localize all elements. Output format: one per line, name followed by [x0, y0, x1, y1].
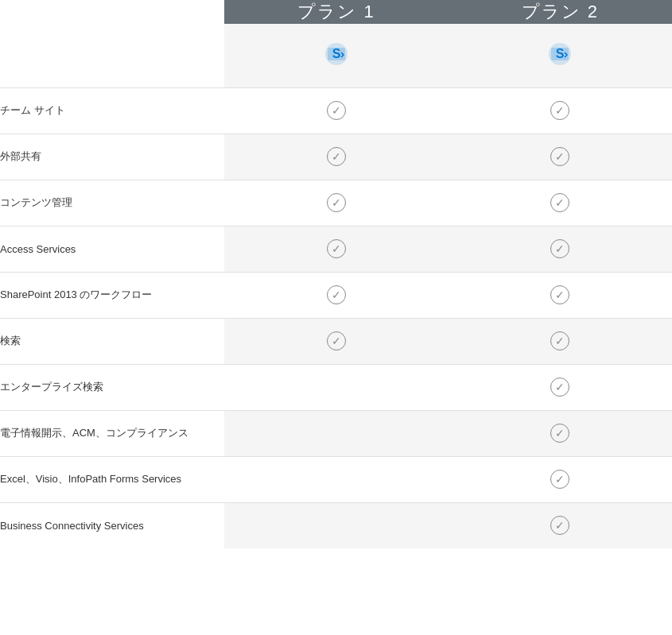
feature-label: 検索 — [0, 318, 224, 364]
plan2-check-cell: ✓ — [449, 180, 672, 226]
plan1-check-cell: ✓ — [224, 318, 448, 364]
feature-label: コンテンツ管理 — [0, 180, 224, 226]
plan1-label: プラン 1 — [297, 2, 375, 21]
plan1-check-cell: ✓ — [224, 134, 448, 180]
feature-label: Access Services — [0, 226, 224, 272]
check-icon: ✓ — [327, 193, 346, 212]
svg-text:S: S — [332, 47, 341, 60]
check-icon: ✓ — [327, 285, 346, 304]
feature-row: SharePoint 2013 のワークフロー✓✓ — [0, 272, 672, 318]
feature-label: SharePoint 2013 のワークフロー — [0, 272, 224, 318]
header-plan2: プラン 2 — [449, 0, 672, 24]
plan2-check-cell: ✓ — [449, 87, 672, 134]
check-icon: ✓ — [550, 285, 569, 304]
feature-row: Excel、Visio、InfoPath Forms Services✓ — [0, 456, 672, 502]
check-icon: ✓ — [327, 101, 346, 120]
check-icon: ✓ — [550, 516, 569, 535]
feature-row: Access Services✓✓ — [0, 226, 672, 272]
plan1-check-cell — [224, 364, 448, 410]
sharepoint-icon-plan2: S — [546, 40, 574, 68]
plan1-check-cell: ✓ — [224, 180, 448, 226]
icon-row: S S — [0, 24, 672, 87]
plan2-check-cell: ✓ — [449, 318, 672, 364]
header-plan1: プラン 1 — [224, 0, 448, 24]
check-icon: ✓ — [550, 378, 569, 397]
feature-label: Excel、Visio、InfoPath Forms Services — [0, 456, 224, 502]
check-icon: ✓ — [327, 147, 346, 166]
check-icon: ✓ — [327, 239, 346, 258]
check-icon: ✓ — [550, 470, 569, 489]
feature-label: 外部共有 — [0, 134, 224, 180]
sharepoint-icon-plan1: S — [322, 40, 351, 68]
check-icon: ✓ — [550, 101, 569, 120]
plan1-check-cell — [224, 410, 448, 456]
plan2-check-cell: ✓ — [449, 410, 672, 456]
plan2-icon-cell: S — [449, 24, 672, 87]
svg-text:S: S — [556, 47, 565, 60]
icon-row-empty — [0, 24, 224, 87]
feature-row: 電子情報開示、ACM、コンプライアンス✓ — [0, 410, 672, 456]
plan2-check-cell: ✓ — [449, 456, 672, 502]
comparison-table: プラン 1 プラン 2 S — [0, 0, 672, 548]
feature-row: 検索✓✓ — [0, 318, 672, 364]
plan1-check-cell: ✓ — [224, 87, 448, 134]
plan2-label: プラン 2 — [522, 2, 599, 21]
header-row: プラン 1 プラン 2 — [0, 0, 672, 24]
plan1-icon-cell: S — [224, 24, 448, 87]
feature-label: エンタープライズ検索 — [0, 364, 224, 410]
check-icon: ✓ — [550, 331, 569, 350]
plan2-check-cell: ✓ — [449, 134, 672, 180]
check-icon: ✓ — [550, 239, 569, 258]
check-icon: ✓ — [550, 147, 569, 166]
check-icon: ✓ — [327, 331, 346, 350]
check-icon: ✓ — [550, 424, 569, 443]
check-icon: ✓ — [550, 193, 569, 212]
plan1-check-cell: ✓ — [224, 226, 448, 272]
feature-row: 外部共有✓✓ — [0, 134, 672, 180]
plan2-check-cell: ✓ — [449, 226, 672, 272]
feature-row: コンテンツ管理✓✓ — [0, 180, 672, 226]
feature-label: 電子情報開示、ACM、コンプライアンス — [0, 410, 224, 456]
plan2-check-cell: ✓ — [449, 364, 672, 410]
feature-label: Business Connectivity Services — [0, 502, 224, 548]
plan2-check-cell: ✓ — [449, 502, 672, 548]
feature-row: チーム サイト✓✓ — [0, 87, 672, 134]
plan1-check-cell — [224, 456, 448, 502]
feature-row: エンタープライズ検索✓ — [0, 364, 672, 410]
header-empty-cell — [0, 0, 224, 24]
plan1-check-cell — [224, 502, 448, 548]
plan2-check-cell: ✓ — [449, 272, 672, 318]
feature-row: Business Connectivity Services✓ — [0, 502, 672, 548]
feature-label: チーム サイト — [0, 87, 224, 134]
plan1-check-cell: ✓ — [224, 272, 448, 318]
